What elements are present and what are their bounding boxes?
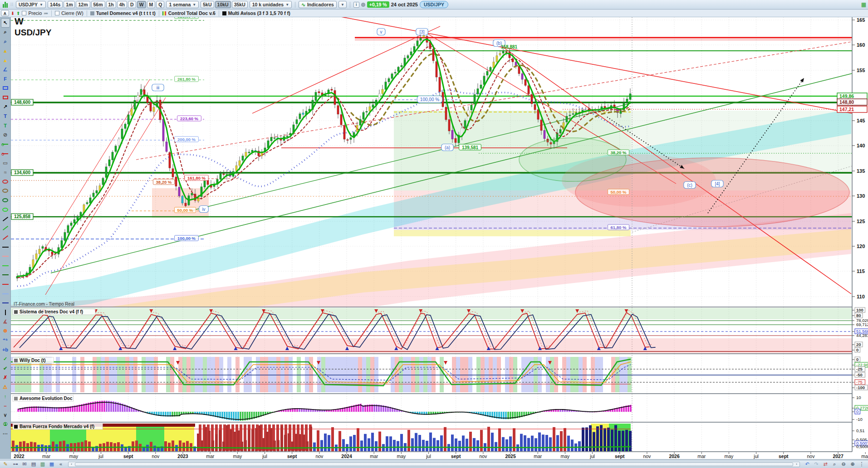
scroll-left-arrow[interactable]: ‹ [69, 462, 74, 467]
chart-canvas[interactable]: WUSD/JPYIT-Finance.com - Tiempo Real325,… [11, 17, 868, 460]
tunel-legend-icon[interactable] [90, 11, 94, 15]
timeframe-button-1h[interactable]: 1h [106, 1, 116, 8]
document-icon[interactable]: ▤ [29, 461, 38, 467]
control-legend-label[interactable]: Control Total Doc v.6 [168, 10, 216, 16]
ellipse-brown-tool[interactable] [1, 186, 10, 196]
volume-button-35ku[interactable]: 35kU [232, 1, 248, 8]
workspace-icon[interactable]: ▦ [861, 1, 866, 8]
note-tool[interactable]: T [1, 121, 10, 131]
info-icon[interactable]: i [353, 2, 359, 8]
text-tool[interactable]: T [1, 112, 10, 121]
timeframe-button-w[interactable]: W [137, 1, 146, 8]
avisos-legend-icon[interactable] [222, 11, 226, 15]
collapse-left-icon[interactable]: « [56, 461, 65, 467]
angle-tool[interactable]: ∡ [1, 317, 10, 327]
minus-red-tool[interactable]: – [1, 401, 10, 410]
zoom-window-icon[interactable]: ⌕ [830, 461, 839, 467]
hline-green-tool[interactable] [1, 261, 10, 270]
timeframe-button-d[interactable]: D [128, 1, 136, 8]
volume-button-5ku[interactable]: 5kU [201, 1, 214, 8]
like-tool[interactable]: ✔ [1, 364, 10, 373]
measure-tool[interactable]: ⊘ [1, 130, 10, 140]
transfer-icon[interactable]: ⇄ [821, 461, 830, 467]
circle-plus-tool[interactable]: ⊕ [1, 327, 10, 336]
units-dropdown[interactable]: 10 k unidades▼ [250, 1, 292, 8]
hline-anchor-red-tool[interactable] [1, 149, 10, 158]
hline-pink-tool[interactable] [1, 252, 10, 261]
orders-tool[interactable]: ① [1, 420, 10, 429]
line-red-tool[interactable] [1, 233, 10, 243]
vline-tool[interactable] [1, 307, 10, 317]
undo-icon[interactable]: ↶ [803, 461, 812, 467]
zoom-in-icon[interactable]: ⊕ [848, 461, 857, 467]
more-icon[interactable]: ⋮ [857, 461, 866, 467]
arrow-down-icon[interactable]: ⬇ [11, 11, 15, 16]
avisos-legend-label[interactable]: Multi Avisos (3 f 3 1,5 70 f f) [228, 10, 290, 16]
candle-body [242, 156, 244, 161]
fib-numbers-tool[interactable]: ⁺⁵ [1, 336, 10, 345]
close-checkbox[interactable] [55, 11, 59, 15]
record-dot-icon[interactable] [361, 3, 365, 7]
horizontal-scrollbar[interactable]: ‹ › [68, 462, 800, 467]
confirm-tool[interactable]: ✓ [1, 354, 10, 364]
symbol-dropdown[interactable]: USDJPY▼ [16, 1, 46, 8]
timeframe-button-4h[interactable]: 4h [117, 1, 127, 8]
hline-lightblue-tool[interactable] [1, 289, 10, 298]
fib-letters-tool[interactable]: +b [1, 345, 10, 355]
hline-darkgreen-tool[interactable] [1, 270, 10, 280]
alert-tool[interactable]: ▲ [1, 55, 10, 65]
share-icon[interactable]: ⊶ [11, 461, 20, 467]
zoom-tool[interactable]: ⌕ [1, 28, 10, 37]
delete-tool[interactable]: ✗ [1, 373, 10, 383]
line-black-tool[interactable] [1, 214, 10, 224]
control-legend-icon[interactable] [162, 11, 167, 15]
timeframe-button-144s[interactable]: 144s [48, 1, 63, 8]
volume-button-10ku[interactable]: 10kU [215, 1, 231, 8]
collapse-panel-button[interactable]: ∧ [1, 10, 9, 16]
compare-icon[interactable]: ▥ [38, 461, 47, 467]
arrow-up-tool[interactable]: ↑ [1, 392, 10, 401]
zoom-area-tool[interactable]: ⌕ [1, 37, 10, 46]
timeframe-button-m[interactable]: M [147, 1, 156, 8]
alert-cursor-tool[interactable]: ▲ [1, 46, 10, 56]
price-checkbox[interactable] [22, 11, 26, 15]
arrow-up-icon[interactable]: ⬆ [16, 11, 20, 16]
timeframe-button-1m[interactable]: 1m [64, 1, 75, 8]
scrollbar-thumb[interactable] [75, 463, 793, 466]
pattern-tool[interactable]: ≈ [1, 168, 10, 177]
ellipse-darkgreen-tool[interactable] [1, 195, 10, 205]
chat-icon[interactable]: ✉ [20, 461, 29, 467]
hline-black-tool[interactable] [1, 242, 10, 252]
list-icon[interactable]: ≔ [44, 11, 48, 16]
rect-red-tool[interactable] [1, 93, 10, 102]
pointer-tool[interactable]: ↖ [1, 18, 10, 28]
redo-icon[interactable]: ↷ [812, 461, 821, 467]
timeframe-button-56m[interactable]: 56m [91, 1, 105, 8]
draw-mode-icon[interactable]: ✎ [0, 461, 11, 467]
warning-tool[interactable]: ⚠ [1, 382, 10, 392]
rect-blue-tool[interactable] [1, 83, 10, 93]
symbol-tab[interactable]: USD/JPY [420, 1, 448, 8]
indicators-button[interactable]: ∿Indicadores [299, 1, 337, 8]
snapshot-icon[interactable]: ▦ [47, 461, 56, 467]
line-green-tool[interactable] [1, 224, 10, 233]
scroll-right-arrow[interactable]: › [794, 462, 799, 467]
timeframe-button-q[interactable]: Q [156, 1, 164, 8]
zoom-out-icon[interactable]: ⊖ [839, 461, 848, 467]
more-tools[interactable]: ⋯ [1, 429, 10, 439]
ellipse-green-tool[interactable] [1, 205, 10, 214]
timeframe-button-12m[interactable]: 12m [76, 1, 90, 8]
ruler-tool[interactable]: ▭ [1, 158, 10, 168]
tunel-legend-label[interactable]: Tunel Domenec v4 (t t t t t) [96, 10, 156, 16]
toolbar-grip[interactable]: ⁞⁞ [10, 3, 14, 6]
indicators-caret-button[interactable]: ▼ [338, 1, 347, 8]
hline-navy-tool[interactable] [1, 298, 10, 308]
period-dropdown[interactable]: 1 semana▼ [166, 1, 199, 8]
fib-angle-tool[interactable]: ∠ [1, 65, 10, 74]
hline-anchor-green-tool[interactable] [1, 140, 10, 149]
collapse-tools[interactable]: ∨ [1, 410, 10, 420]
fib-level-tool[interactable]: F [1, 74, 10, 84]
ellipse-red-tool[interactable] [1, 177, 10, 186]
hline-red-tool[interactable] [1, 280, 10, 289]
arrow-tool[interactable]: ↗ [1, 102, 10, 112]
